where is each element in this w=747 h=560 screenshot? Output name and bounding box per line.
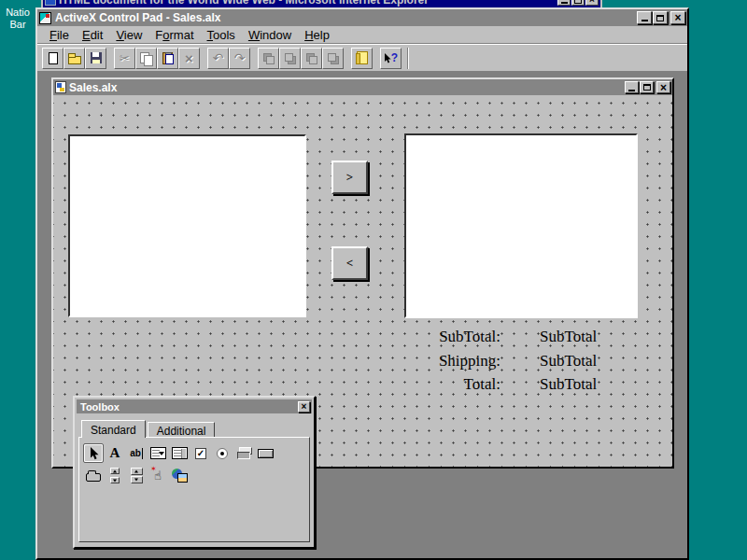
listbox-selected-items[interactable] (404, 133, 638, 318)
total-label[interactable]: Total: (304, 375, 500, 394)
toolbar-divider (407, 48, 409, 69)
tab-standard[interactable]: Standard (81, 420, 146, 438)
move-left-button[interactable]: < (331, 246, 368, 280)
save-button[interactable] (85, 48, 106, 69)
ie-minimize-button[interactable] (557, 0, 571, 6)
child-close-button[interactable]: × (656, 81, 670, 93)
help-question-icon: ? (391, 51, 398, 64)
undo-button[interactable]: ↶ (207, 48, 229, 69)
copy-button[interactable] (135, 48, 157, 69)
menu-view[interactable]: View (109, 26, 148, 44)
menu-file[interactable]: File (43, 26, 76, 44)
maximize-icon (574, 0, 582, 4)
redo-icon: ↷ (234, 51, 246, 64)
ie-document-icon (45, 0, 56, 6)
script-wizard-button[interactable] (351, 48, 373, 69)
toolbox-window: Toolbox × Standard Additional A ab ✓ (73, 396, 316, 549)
tabstrip-tool-icon (86, 473, 101, 482)
menubar: File Edit View Format Tools Window Help (37, 26, 687, 44)
total-value[interactable]: SubTotal (540, 375, 597, 394)
child-minimize-button[interactable] (625, 81, 639, 93)
script-wizard-icon (357, 51, 368, 64)
tool-option-button[interactable] (212, 443, 233, 463)
app-icon (39, 12, 51, 24)
app-minimize-button[interactable] (637, 11, 652, 24)
toolbox-titlebar[interactable]: Toolbox × (77, 399, 312, 413)
send-to-back-button[interactable] (279, 48, 301, 69)
tab-additional[interactable]: Additional (148, 422, 216, 437)
move-backward-button[interactable] (322, 48, 344, 69)
cut-button[interactable]: ✂ (114, 48, 135, 69)
app-titlebar[interactable]: ActiveX Control Pad - Sales.alx × (37, 9, 687, 26)
subtotal-label[interactable]: SubTotal: (304, 328, 500, 346)
pointer-icon (89, 447, 99, 460)
child-window-title: Sales.alx (69, 81, 624, 94)
menu-format[interactable]: Format (148, 26, 200, 44)
bring-to-front-icon (262, 52, 275, 64)
subtotal-value[interactable]: SubTotal (540, 328, 597, 346)
minimize-icon (641, 20, 648, 21)
shipping-row: Shipping: SubTotal (53, 352, 672, 372)
child-maximize-button[interactable] (640, 81, 654, 93)
delete-button[interactable]: × (178, 48, 200, 69)
save-floppy-icon (91, 52, 102, 63)
undo-icon: ↶ (213, 51, 224, 64)
tool-label[interactable]: A (105, 443, 125, 463)
move-right-button[interactable]: > (331, 161, 368, 194)
tool-textbox[interactable]: ab (126, 443, 147, 463)
move-backward-icon (327, 52, 339, 64)
child-titlebar[interactable]: Sales.alx × (53, 79, 672, 95)
tool-spinbutton[interactable] (126, 466, 147, 485)
desktop-icon-label[interactable]: Natio Bar (0, 7, 35, 31)
toolbox-panel: A ab ✓ ✶☝ (78, 437, 310, 542)
menu-tools[interactable]: Tools (201, 26, 242, 44)
menu-window[interactable]: Window (242, 26, 298, 44)
shipping-value[interactable]: SubTotal (540, 352, 597, 371)
tool-command-button[interactable] (255, 443, 275, 463)
tool-image[interactable] (169, 466, 190, 485)
paste-icon (162, 52, 173, 64)
ie-window-title: HTML document for the World Wide Web - M… (59, 0, 557, 7)
tool-checkbox[interactable]: ✓ (190, 443, 211, 463)
tool-hotspot[interactable]: ✶☝ (148, 466, 168, 485)
tool-row-1: A ab ✓ (83, 443, 306, 463)
app-maximize-button[interactable] (653, 11, 668, 24)
tool-row-2: ✶☝ (83, 466, 306, 485)
listbox-available-items[interactable] (68, 134, 306, 317)
desktop-icon-label-line2: Bar (0, 19, 35, 31)
help-pointer-icon: ? (384, 51, 398, 64)
option-button-tool-icon (217, 448, 228, 459)
alx-document-icon (55, 81, 66, 93)
tool-listbox[interactable] (169, 443, 190, 463)
menu-help[interactable]: Help (298, 26, 336, 44)
tool-select[interactable] (83, 443, 104, 463)
move-forward-button[interactable] (301, 48, 322, 69)
scrollbar-tool-icon (110, 468, 120, 483)
app-close-button[interactable]: × (670, 11, 685, 24)
tool-combobox[interactable] (148, 443, 168, 463)
move-forward-icon (305, 52, 317, 64)
minimize-icon (561, 2, 568, 4)
label-tool-icon: A (110, 445, 120, 461)
open-button[interactable] (63, 48, 85, 69)
new-document-button[interactable] (42, 48, 63, 69)
toolbar: ✂ × ↶ ↷ ? (37, 44, 687, 71)
redo-button[interactable]: ↷ (229, 48, 250, 69)
tool-scrollbar[interactable] (105, 466, 125, 485)
close-icon: × (674, 12, 681, 23)
ie-maximize-button[interactable] (571, 0, 585, 6)
tool-toggle-button[interactable] (233, 443, 254, 463)
desktop: { "desktop": { "icon_label": { "line1": … (0, 0, 747, 560)
shipping-label[interactable]: Shipping: (304, 352, 500, 371)
command-button-tool-icon (258, 449, 274, 458)
tool-tabstrip[interactable] (83, 466, 104, 485)
close-icon: × (589, 0, 595, 5)
copy-icon (140, 52, 152, 64)
ie-close-button[interactable]: × (585, 0, 599, 6)
help-button[interactable]: ? (380, 48, 402, 69)
minimize-icon (628, 90, 635, 91)
paste-button[interactable] (157, 48, 178, 69)
menu-edit[interactable]: Edit (76, 26, 109, 44)
bring-to-front-button[interactable] (258, 48, 279, 69)
toolbox-close-button[interactable]: × (298, 401, 310, 413)
